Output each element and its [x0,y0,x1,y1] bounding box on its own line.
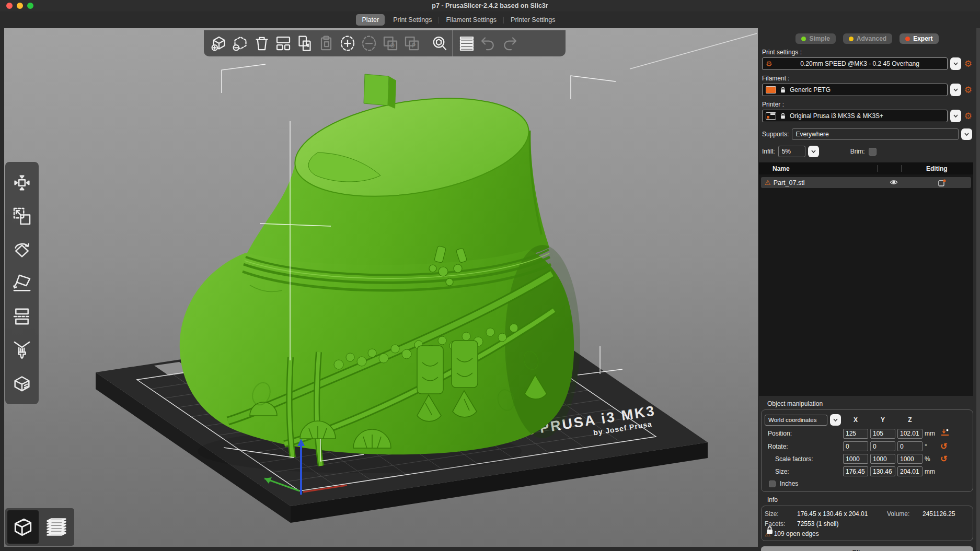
tab-print-settings[interactable]: Print Settings [387,14,437,26]
position-unit: mm [925,430,938,437]
scale-x-field[interactable] [843,454,868,464]
info-warning-text: 109 open edges [774,530,819,537]
warning-icon: ⚠ [765,179,771,186]
printer-gear-icon[interactable]: ⚙ [964,112,972,121]
rotate-icon[interactable] [7,233,37,266]
minimize-window-icon[interactable] [17,3,23,9]
3d-viewport[interactable]: ORIGINAL PRUSA i3 MK3 by Josef Prusa [4,28,758,547]
infill-combo[interactable]: 5% [778,146,805,157]
add-instance-icon[interactable] [337,32,358,54]
filament-color-swatch [766,86,776,93]
arrange-icon[interactable] [272,32,294,54]
scale-y-field[interactable] [870,454,895,464]
mode-advanced-button[interactable]: Advanced [843,33,892,44]
eye-icon[interactable] [890,179,898,187]
object-row-part07[interactable]: ⚠ Part_07.stl [761,177,971,188]
info-size-value: 176.45 x 130.46 x 204.01 [797,510,885,518]
window-controls [6,3,33,9]
paint-on-supports-icon[interactable] [7,333,37,367]
window-title: p7 - PrusaSlicer-2.4.2 based on Slic3r [432,2,548,9]
position-x-field[interactable] [843,429,868,439]
tab-printer-settings[interactable]: Printer Settings [505,14,561,26]
copy-icon[interactable] [294,32,315,54]
supports-combo[interactable]: Everywhere [792,128,959,140]
tab-divider [386,17,386,24]
advanced-dot-icon [849,37,854,41]
move-icon[interactable] [7,166,37,200]
supports-label: Supports: [762,131,789,138]
info-facets-value: 72553 (1 shell) [797,520,885,527]
printer-dropdown-button[interactable] [950,110,961,122]
delete-icon[interactable] [229,32,251,54]
paste-icon [315,32,337,54]
plater-toolbar: O P [204,30,566,56]
column-divider [877,165,878,172]
printer-combo[interactable]: Original Prusa i3 MK3S & MK3S+ [762,110,948,122]
position-z-field[interactable] [897,429,923,439]
object-list: Name Editing ⚠ Part_07.stl [759,162,973,396]
place-on-face-icon[interactable] [7,266,37,300]
size-x-field[interactable] [843,466,868,476]
mode-simple-button[interactable]: Simple [795,33,835,44]
infill-dropdown-button[interactable] [808,146,819,157]
tab-filament-settings[interactable]: Filament Settings [440,14,502,26]
close-window-icon[interactable] [6,3,13,9]
inches-label: Inches [780,480,798,487]
gizmo-toolbar [5,162,39,404]
mode-advanced-label: Advanced [857,35,886,42]
mode-expert-button[interactable]: Expert [900,33,938,44]
scale-z-field[interactable] [897,454,923,464]
inches-checkbox[interactable] [769,480,776,487]
supports-dropdown-button[interactable] [961,128,972,140]
preview-view-icon[interactable] [41,510,72,544]
print-settings-combo[interactable]: ⚙ 0.20mm SPEED @MK3 - 0.2 45 Overhang [762,57,948,70]
drop-to-bed-icon[interactable] [940,428,951,439]
size-z-field[interactable] [897,466,923,476]
print-settings-gear-icon[interactable]: ⚙ [964,60,972,68]
search-icon[interactable] [429,32,450,54]
column-editing: Editing [926,165,948,172]
zoom-window-icon[interactable] [27,3,33,9]
print-settings-dropdown-button[interactable] [950,57,961,70]
filament-gear-icon[interactable]: ⚙ [964,86,972,95]
column-divider [901,165,902,172]
rotate-x-field[interactable] [843,441,868,451]
reset-rotation-icon[interactable]: ↺ [940,442,951,451]
seam-icon[interactable] [7,367,37,400]
tab-plater[interactable]: Plater [356,14,385,26]
rotate-y-field[interactable] [870,441,895,451]
position-y-field[interactable] [870,429,895,439]
model-part-07[interactable] [180,74,580,466]
rotate-z-field[interactable] [897,441,923,451]
coordinates-dropdown-button[interactable] [830,414,841,426]
add-icon[interactable] [208,32,229,54]
uniform-scale-lock-icon[interactable] [766,525,774,537]
axis-z-header: Z [897,416,923,424]
cut-icon[interactable] [7,300,37,333]
filament-combo[interactable]: Generic PETG [762,84,948,96]
info-title: Info [767,496,976,503]
column-name: Name [773,165,790,172]
filament-dropdown-button[interactable] [950,84,961,96]
lock-icon [780,112,786,120]
3d-scene: ORIGINAL PRUSA i3 MK3 by Josef Prusa [4,28,758,547]
infill-value: 5% [782,148,802,155]
scale-label: Scale factors: [765,455,841,463]
split-to-parts-icon: P [401,32,422,54]
info-volume-label: Volume: [887,510,920,518]
info-panel: Size: 176.45 x 130.46 x 204.01 Volume: 2… [761,506,973,541]
delete-all-icon[interactable] [251,32,272,54]
toolbar-separator [453,30,453,56]
mode-switcher: Simple Advanced Expert [758,33,976,44]
mode-simple-label: Simple [809,35,829,42]
size-y-field[interactable] [870,466,895,476]
coordinates-combo[interactable]: World coordinates [765,415,827,426]
slice-now-button[interactable]: Slice now [761,546,973,551]
reset-scale-icon[interactable]: ↺ [940,455,951,463]
brim-checkbox[interactable] [869,148,877,156]
variable-layer-height-icon[interactable] [456,32,477,54]
scale-icon[interactable] [7,200,37,233]
3d-editor-view-icon[interactable] [7,510,39,544]
split-to-objects-icon: O [379,32,401,54]
edit-object-icon[interactable] [938,179,947,188]
